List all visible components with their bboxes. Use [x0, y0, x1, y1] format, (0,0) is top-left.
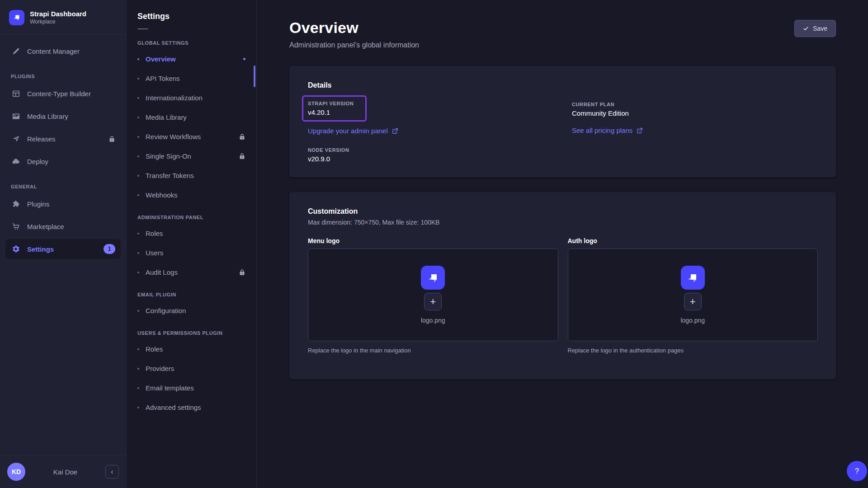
help-button[interactable]: ?: [847, 461, 867, 481]
strapi-version-highlight-box: STRAPI VERSION v4.20.1: [302, 95, 367, 122]
subnav-item-overview[interactable]: Overview: [132, 50, 251, 68]
lock-icon: [108, 136, 115, 142]
upgrade-admin-panel-link[interactable]: Upgrade your admin panel: [308, 127, 398, 135]
pricing-plans-link[interactable]: See all pricing plans: [572, 127, 643, 134]
subnav-item-admin-roles[interactable]: Roles: [132, 225, 251, 242]
auth-logo-caption: Replace the logo in the authentication p…: [568, 347, 818, 354]
nav-item-deploy[interactable]: Deploy: [5, 151, 121, 171]
subnav-item-admin-users[interactable]: Users: [132, 244, 251, 262]
pen-icon: [11, 46, 21, 56]
nav-item-settings[interactable]: Settings 1: [5, 239, 121, 259]
subnav-item-email-templates[interactable]: Email templates: [132, 379, 251, 397]
customization-card: Customization Max dimension: 750×750, Ma…: [289, 192, 836, 379]
strapi-logo-icon: [421, 266, 445, 290]
nav-item-label: Releases: [27, 135, 56, 143]
bullet-icon: [137, 348, 139, 350]
nav-item-content-type-builder[interactable]: Content-Type Builder: [5, 84, 121, 103]
bullet-icon: [137, 117, 139, 118]
nav-item-content-manager[interactable]: Content Manager: [5, 41, 121, 61]
nav-item-label: Settings: [27, 245, 54, 253]
subnav-title: Settings: [127, 12, 256, 21]
subnav-item-up-roles[interactable]: Roles: [132, 340, 251, 358]
lock-icon: [239, 153, 245, 160]
bullet-icon: [137, 155, 139, 157]
node-version-label: NODE VERSION: [308, 147, 554, 153]
nav-section-plugins: PLUGINS: [5, 64, 121, 84]
image-icon: [11, 111, 21, 121]
menu-logo-filename: logo.png: [421, 317, 445, 324]
subnav-item-email-configuration[interactable]: Configuration: [132, 302, 251, 319]
nav-item-media-library[interactable]: Media Library: [5, 106, 121, 126]
current-plan-label: CURRENT PLAN: [572, 102, 818, 107]
menu-logo-upload-box[interactable]: + logo.png: [308, 249, 558, 341]
strapi-logo-icon: [9, 10, 24, 25]
strapi-logo-icon: [681, 266, 705, 290]
bullet-icon: [137, 136, 139, 138]
subnav-section-email-plugin: EMAIL PLUGIN: [132, 283, 251, 302]
external-link-icon: [392, 128, 398, 134]
nav-section-general: GENERAL: [5, 174, 121, 194]
workspace-subtitle: Workplace: [30, 19, 86, 25]
check-icon: [803, 26, 809, 32]
subnav-item-audit-logs[interactable]: Audit Logs: [132, 263, 251, 281]
cart-icon: [11, 221, 21, 231]
auth-logo-filename: logo.png: [680, 317, 705, 324]
bullet-icon: [137, 233, 139, 235]
nav-item-marketplace[interactable]: Marketplace: [5, 216, 121, 236]
subnav-item-media-library[interactable]: Media Library: [132, 108, 251, 126]
auth-logo-upload-box[interactable]: + logo.png: [568, 249, 818, 341]
divider: [137, 28, 148, 29]
nav-item-releases[interactable]: Releases: [5, 129, 121, 149]
subnav-section-global-settings: GLOBAL SETTINGS: [132, 31, 251, 50]
lock-icon: [239, 133, 245, 140]
bullet-icon: [137, 175, 139, 177]
subnav-section-administration-panel: ADMINISTRATION PANEL: [132, 206, 251, 225]
subnav-item-api-tokens[interactable]: API Tokens: [132, 70, 251, 87]
cloud-icon: [11, 156, 21, 166]
customization-constraints: Max dimension: 750×750, Max file size: 1…: [308, 219, 818, 226]
strapi-version-label: STRAPI VERSION: [308, 101, 354, 106]
subnav-item-review-workflows[interactable]: Review Workflows: [132, 128, 251, 145]
workspace-title: Strapi Dashboard: [30, 10, 86, 19]
nav-item-label: Media Library: [27, 113, 68, 120]
details-card: Details STRAPI VERSION v4.20.1 Upgrade y…: [289, 66, 836, 177]
details-right-column: CURRENT PLAN Community Edition See all p…: [572, 95, 818, 163]
subnav-item-transfer-tokens[interactable]: Transfer Tokens: [132, 167, 251, 184]
user-name: Kai Doe: [25, 468, 105, 476]
current-plan-value: Community Edition: [572, 109, 818, 117]
subnav-item-internationalization[interactable]: Internationalization: [132, 89, 251, 107]
bullet-icon: [137, 58, 139, 60]
save-button[interactable]: Save: [794, 20, 836, 37]
lock-icon: [239, 269, 245, 276]
nav-item-plugins[interactable]: Plugins: [5, 194, 121, 214]
subnav-item-single-sign-on[interactable]: Single Sign-On: [132, 147, 251, 165]
collapse-sidebar-button[interactable]: ‹: [105, 465, 119, 479]
paper-plane-icon: [11, 134, 21, 144]
subnav-item-providers[interactable]: Providers: [132, 360, 251, 377]
puzzle-icon: [11, 199, 21, 209]
bullet-icon: [137, 310, 139, 312]
bullet-icon: [137, 194, 139, 196]
settings-notification-badge: 1: [104, 244, 115, 254]
bullet-icon: [137, 272, 139, 273]
menu-logo-caption: Replace the logo in the main navigation: [308, 347, 558, 354]
subnav-item-webhooks[interactable]: Webhooks: [132, 186, 251, 204]
page-subtitle: Administration panel’s global informatio…: [289, 41, 419, 49]
layout-icon: [11, 89, 21, 99]
subnav-scrollbar-thumb[interactable]: [254, 66, 255, 87]
nav-item-label: Content Manager: [27, 47, 80, 55]
page-title: Overview: [289, 19, 419, 37]
workspace-header[interactable]: Strapi Dashboard Workplace: [0, 0, 126, 34]
details-title: Details: [308, 81, 818, 89]
settings-subnav: Settings GLOBAL SETTINGS Overview API To…: [127, 0, 257, 488]
subnav-item-advanced-settings[interactable]: Advanced settings: [132, 399, 251, 416]
add-auth-logo-button[interactable]: +: [684, 293, 702, 310]
avatar[interactable]: KD: [7, 463, 25, 481]
bullet-icon: [137, 387, 139, 389]
main-nav-list: Content Manager PLUGINS Content-Type Bui…: [0, 35, 126, 262]
main-navigation: Strapi Dashboard Workplace Content Manag…: [0, 0, 127, 488]
main-content: Overview Administration panel’s global i…: [257, 0, 868, 488]
add-menu-logo-button[interactable]: +: [424, 293, 442, 310]
nav-item-label: Deploy: [27, 158, 48, 165]
subnav-section-users-permissions-plugin: USERS & PERMISSIONS PLUGIN: [132, 321, 251, 340]
